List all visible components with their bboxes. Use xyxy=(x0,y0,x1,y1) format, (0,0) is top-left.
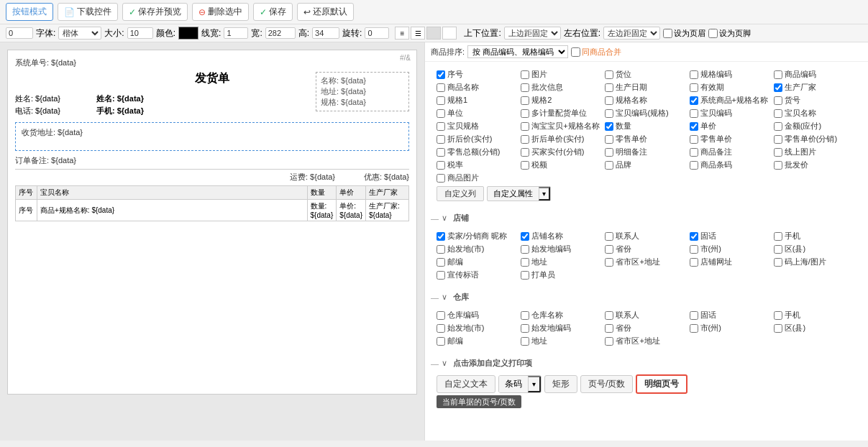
custom-attr-btn[interactable]: 自定义属性 xyxy=(488,187,539,201)
same-product-checkbox[interactable] xyxy=(571,47,580,57)
btn-save-preview[interactable]: ✓ 保存并预览 xyxy=(122,3,188,21)
checkbox-detail_note[interactable] xyxy=(605,148,613,157)
checkbox-wh_phone[interactable] xyxy=(690,311,698,320)
collapse-print-icon[interactable]: ∨ xyxy=(442,359,447,368)
checkbox-wh_origin_city[interactable] xyxy=(437,324,445,333)
checkbox-unit[interactable] xyxy=(437,109,445,118)
checkbox-tax_rate[interactable] xyxy=(437,161,445,170)
align-center-btn[interactable]: ☰ xyxy=(411,27,425,40)
checkbox-retail_total_split[interactable] xyxy=(437,148,445,157)
checkbox-mobile[interactable] xyxy=(774,232,782,241)
checkbox-fixed_phone[interactable] xyxy=(690,232,698,241)
checkbox-taobao_spec_name[interactable] xyxy=(521,122,529,131)
detail-page-btn[interactable]: 明细页号 xyxy=(636,374,687,394)
checkbox-retail_unit_split[interactable] xyxy=(774,135,782,144)
pos-h-select[interactable]: 左边距固定右边距固定 xyxy=(603,27,660,40)
checkbox-city[interactable] xyxy=(690,245,698,254)
custom-text-btn[interactable]: 自定义文本 xyxy=(437,375,495,393)
checkbox-wh_district[interactable] xyxy=(774,324,782,333)
checkbox-wh_code[interactable] xyxy=(437,311,445,320)
checkbox-product_note[interactable] xyxy=(690,148,698,157)
checkbox-printer[interactable] xyxy=(521,271,529,280)
checkbox-manufacturer[interactable] xyxy=(774,83,782,92)
checkbox-wholesale_price[interactable] xyxy=(774,161,782,170)
align-left-btn[interactable]: ≡ xyxy=(395,27,409,40)
checkbox-zero_price[interactable] xyxy=(690,135,698,144)
checkbox-origin_city[interactable] xyxy=(437,245,445,254)
checkbox-wh_name[interactable] xyxy=(521,311,529,320)
checkbox-taobao_name[interactable] xyxy=(774,109,782,118)
line-width-input[interactable] xyxy=(224,27,248,39)
checkbox-location[interactable] xyxy=(605,70,613,79)
font-family-select[interactable]: 楷体宋体黑体 xyxy=(58,27,101,40)
checkbox-taobao_code_spec[interactable] xyxy=(605,109,613,118)
checkbox-quantity[interactable] xyxy=(605,122,613,131)
checkbox-goods_no[interactable] xyxy=(774,96,782,105)
checkbox-wh_prov_city[interactable] xyxy=(605,337,613,346)
barcode-btn[interactable]: 条码 xyxy=(499,376,528,392)
checkbox-origin_code[interactable] xyxy=(521,245,529,254)
page-num-btn[interactable]: 页号/页数 xyxy=(580,375,633,393)
checkbox-product_name[interactable] xyxy=(437,83,445,92)
collapse-store-icon[interactable]: ∨ xyxy=(442,213,447,223)
checkbox-wh_mobile[interactable] xyxy=(774,311,782,320)
rect-btn[interactable]: 矩形 xyxy=(544,375,577,393)
checkbox-retail_price[interactable] xyxy=(605,135,613,144)
checkbox-upload_img[interactable] xyxy=(774,258,782,267)
pos-v-select[interactable]: 上边距固定下边距固定 xyxy=(504,27,561,40)
checkbox-wh_province[interactable] xyxy=(605,324,613,333)
checkbox-district[interactable] xyxy=(774,245,782,254)
checkbox-prov_city[interactable] xyxy=(605,258,613,267)
checkbox-discount_actual[interactable] xyxy=(437,135,445,144)
checkbox-taobao_code[interactable] xyxy=(690,109,698,118)
collapse-wh-icon[interactable]: ∨ xyxy=(442,292,447,302)
checkbox-multi_unit[interactable] xyxy=(521,109,529,118)
checkbox-wh_city[interactable] xyxy=(690,324,698,333)
checkbox-contact[interactable] xyxy=(605,232,613,241)
rotate-input[interactable] xyxy=(365,27,389,39)
barcode-arrow-btn[interactable]: ▾ xyxy=(528,376,541,392)
checkbox-seq[interactable] xyxy=(437,70,445,79)
checkbox-wh_address[interactable] xyxy=(521,337,529,346)
custom-attr-arrow-btn[interactable]: ▾ xyxy=(539,187,550,201)
checkbox-buyer_paid_split[interactable] xyxy=(521,148,529,157)
num-input[interactable] xyxy=(6,27,33,39)
page-footer-label[interactable]: 设为页脚 xyxy=(708,28,751,39)
checkbox-img[interactable] xyxy=(521,70,529,79)
checkbox-product_img[interactable] xyxy=(437,174,445,183)
btn-delete-select[interactable]: ⊖ 删除选中 xyxy=(192,3,249,21)
checkbox-address[interactable] xyxy=(521,258,529,267)
same-product-label[interactable]: 同商品合并 xyxy=(571,47,621,57)
sort-select[interactable]: 按 商品编码、规格编码 xyxy=(467,45,568,58)
checkbox-batch_info[interactable] xyxy=(521,83,529,92)
custom-col-btn[interactable]: 自定义列 xyxy=(437,186,484,201)
checkbox-barcode[interactable] xyxy=(690,161,698,170)
checkbox-wh_origin_code[interactable] xyxy=(521,324,529,333)
btn-save[interactable]: ✓ 保存 xyxy=(253,3,293,21)
page-header-checkbox[interactable] xyxy=(663,29,672,38)
btn-mode[interactable]: 按钮模式 xyxy=(6,3,53,21)
color-picker[interactable] xyxy=(178,27,198,40)
checkbox-spec2[interactable] xyxy=(521,96,529,105)
checkbox-spec_code[interactable] xyxy=(690,70,698,79)
checkbox-promotion[interactable] xyxy=(437,271,445,280)
checkbox-store_name[interactable] xyxy=(521,232,529,241)
checkbox-sys_spec[interactable] xyxy=(690,96,698,105)
checkbox-spec_name[interactable] xyxy=(605,96,613,105)
checkbox-tax_amount[interactable] xyxy=(521,161,529,170)
width-input[interactable] xyxy=(265,27,296,39)
checkbox-wh_zipcode[interactable] xyxy=(437,337,445,346)
checkbox-expire_date[interactable] xyxy=(690,83,698,92)
checkbox-prod_date[interactable] xyxy=(605,83,613,92)
checkbox-product_code[interactable] xyxy=(774,70,782,79)
checkbox-province[interactable] xyxy=(605,245,613,254)
checkbox-discount_unit[interactable] xyxy=(521,135,529,144)
checkbox-taobao_spec[interactable] xyxy=(437,122,445,131)
checkbox-price_unit[interactable] xyxy=(690,122,698,131)
page-footer-checkbox[interactable] xyxy=(708,29,718,38)
checkbox-brand[interactable] xyxy=(605,161,613,170)
address-box[interactable]: 收货地址: ${data} xyxy=(15,122,409,151)
btn-restore[interactable]: ↩ 还原默认 xyxy=(297,3,354,21)
checkbox-seller[interactable] xyxy=(437,232,445,241)
checkbox-spec1[interactable] xyxy=(437,96,445,105)
